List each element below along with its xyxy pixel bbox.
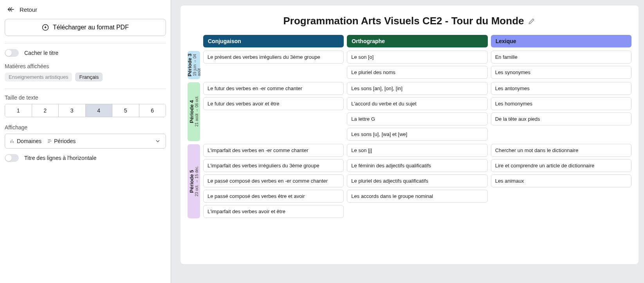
- lesson-item[interactable]: De la tête aux pieds: [491, 112, 631, 125]
- subjects-heading: Matières affichées: [5, 63, 166, 69]
- lesson-item[interactable]: Les accords dans le groupe nominal: [347, 190, 487, 203]
- display-domains: Domaines: [10, 138, 41, 144]
- lesson-item[interactable]: Le passé composé des verbes en -er comme…: [203, 174, 344, 187]
- download-icon: [42, 24, 49, 31]
- period-row: L'imparfait des verbes en -er comme chan…: [203, 144, 631, 218]
- period-column: Période 319 juin → 04 aoûtPériode 421 ao…: [188, 35, 200, 218]
- lesson-item[interactable]: En famille: [491, 51, 631, 63]
- lesson-item[interactable]: Les sons [u], [wa] et [we]: [347, 128, 487, 141]
- lesson-item[interactable]: Le féminin des adjectifs qualificatifs: [347, 159, 487, 172]
- text-size-heading: Taille de texte: [5, 94, 166, 101]
- cell: Les antonymesLes homonymesDe la tête aux…: [491, 82, 631, 125]
- hide-title-toggle[interactable]: [5, 49, 19, 57]
- lesson-item[interactable]: Le pluriel des noms: [347, 66, 487, 79]
- lesson-item[interactable]: L'imparfait des verbes irréguliers du 3è…: [203, 159, 344, 172]
- lesson-item[interactable]: Les sons [an], [on], [in]: [347, 82, 487, 95]
- lesson-item[interactable]: Chercher un mot dans le dictionnaire: [491, 144, 631, 157]
- horizontal-rows-toggle[interactable]: [5, 154, 19, 162]
- text-size-option[interactable]: 3: [59, 104, 86, 117]
- arrow-left-icon: [7, 5, 15, 13]
- page-title: Programmation Arts Visuels CE2 - Tour du…: [283, 15, 524, 27]
- chevron-down-icon: [155, 138, 161, 144]
- lesson-item[interactable]: Lire et comprendre un article de diction…: [491, 159, 631, 172]
- text-size-option[interactable]: 1: [5, 104, 32, 117]
- cell: Le son [o]Le pluriel des noms: [347, 51, 487, 79]
- subject-tag[interactable]: Français: [75, 73, 103, 82]
- hide-title-label: Cacher le titre: [24, 50, 58, 56]
- divider: [5, 43, 166, 44]
- text-size-option[interactable]: 4: [86, 104, 113, 117]
- display-select[interactable]: Domaines Périodes: [5, 134, 166, 149]
- period-label: Période 319 juin → 04 août: [188, 51, 200, 79]
- text-size-option[interactable]: 2: [32, 104, 59, 117]
- lesson-item[interactable]: Le futur des verbes avoir et être: [203, 97, 344, 110]
- text-size-option[interactable]: 6: [139, 104, 166, 117]
- period-label: Période 421 août → 06 oct.: [188, 82, 200, 141]
- cell: En familleLes synonymes: [491, 51, 631, 79]
- column-header: Lexique: [491, 35, 631, 47]
- horizontal-rows-label: Titre des lignes à l'horizontale: [24, 155, 96, 161]
- cell: Le futur des verbes en -er comme chanter…: [203, 82, 344, 110]
- column-headers: ConjugaisonOrthographeLexique: [203, 35, 631, 47]
- period-label: Période 523 oct. → 15 déc.: [188, 144, 200, 218]
- columns-icon: [10, 138, 15, 144]
- sidebar: Retour Télécharger au format PDF Cacher …: [0, 0, 171, 283]
- text-size-option[interactable]: 5: [112, 104, 139, 117]
- main-area: Programmation Arts Visuels CE2 - Tour du…: [171, 0, 644, 283]
- lesson-item[interactable]: Le présent des verbes irréguliers du 3èm…: [203, 51, 344, 63]
- display-periods: Périodes: [47, 138, 76, 144]
- cell: Les sons [an], [on], [in]L'accord du ver…: [347, 82, 487, 141]
- lesson-item[interactable]: Les synonymes: [491, 66, 631, 79]
- lesson-item[interactable]: L'imparfait des verbes avoir et être: [203, 205, 344, 218]
- lesson-item[interactable]: Le passé composé des verbes être et avoi…: [203, 190, 344, 203]
- lesson-item[interactable]: Les antonymes: [491, 82, 631, 95]
- grid: ConjugaisonOrthographeLexique Le présent…: [203, 35, 631, 218]
- lesson-item[interactable]: Le son [o]: [347, 51, 487, 63]
- cell: Chercher un mot dans le dictionnaireLire…: [491, 144, 631, 187]
- lesson-item[interactable]: L'accord du verbe et du sujet: [347, 97, 487, 110]
- period-row: Le futur des verbes en -er comme chanter…: [203, 82, 631, 141]
- subject-tag[interactable]: Enseignements artistiques: [5, 73, 72, 82]
- column-header: Orthographe: [347, 35, 487, 47]
- back-button[interactable]: Retour: [5, 5, 166, 13]
- lesson-item[interactable]: Le son [j]: [347, 144, 487, 157]
- pencil-icon[interactable]: [528, 17, 536, 25]
- page-canvas: Programmation Arts Visuels CE2 - Tour du…: [180, 5, 639, 264]
- lesson-item[interactable]: La lettre G: [347, 112, 487, 125]
- column-header: Conjugaison: [203, 35, 344, 47]
- cell: Le son [j]Le féminin des adjectifs quali…: [347, 144, 487, 203]
- cell: Le présent des verbes irréguliers du 3èm…: [203, 51, 344, 63]
- download-pdf-button[interactable]: Télécharger au format PDF: [5, 19, 166, 36]
- period-row: Le présent des verbes irréguliers du 3èm…: [203, 51, 631, 79]
- lesson-item[interactable]: Le futur des verbes en -er comme chanter: [203, 82, 344, 95]
- lesson-item[interactable]: L'imparfait des verbes en -er comme chan…: [203, 144, 344, 157]
- display-heading: Affichage: [5, 124, 166, 131]
- lesson-item[interactable]: Le pluriel des adjectifs qualificatifs: [347, 174, 487, 187]
- back-label: Retour: [20, 6, 37, 13]
- download-label: Télécharger au format PDF: [53, 24, 129, 31]
- rows-icon: [47, 138, 52, 144]
- text-size-group: 123456: [5, 104, 166, 117]
- subject-tags: Enseignements artistiquesFrançais: [5, 73, 166, 82]
- cell: L'imparfait des verbes en -er comme chan…: [203, 144, 344, 218]
- lesson-item[interactable]: Les homonymes: [491, 97, 631, 110]
- divider: [5, 89, 166, 89]
- lesson-item[interactable]: Les animaux: [491, 174, 631, 187]
